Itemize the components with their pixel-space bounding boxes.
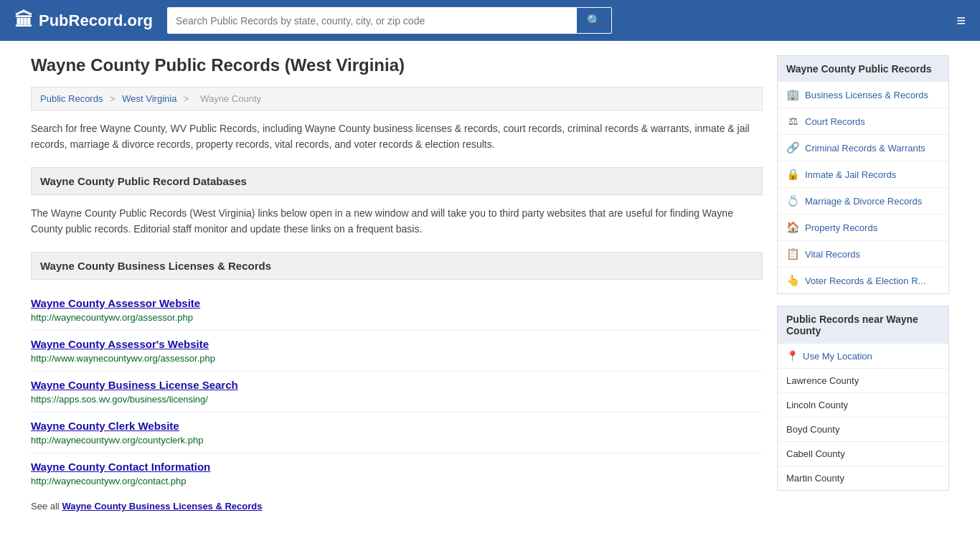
- record-url[interactable]: http://waynecountywv.org/assessor.php: [31, 312, 193, 323]
- db-section-header: Wayne County Public Record Databases: [31, 167, 763, 195]
- record-url[interactable]: https://apps.sos.wv.gov/business/licensi…: [31, 394, 208, 405]
- record-title[interactable]: Wayne County Contact Information: [31, 461, 763, 473]
- logo[interactable]: 🏛 PubRecord.org: [14, 9, 153, 32]
- table-row: Wayne County Business License Search htt…: [31, 372, 763, 413]
- sidebar-item-icon: 🔒: [786, 168, 799, 181]
- record-title[interactable]: Wayne County Assessor's Website: [31, 338, 763, 350]
- breadcrumb-west-virginia[interactable]: West Virginia: [122, 93, 176, 104]
- nearby-title: Public Records near Wayne County: [778, 306, 948, 344]
- sidebar-item-label: Business Licenses & Records: [805, 90, 928, 100]
- sidebar-item-label: Voter Records & Election R...: [805, 276, 925, 286]
- sidebar-item-label: Criminal Records & Warrants: [805, 143, 925, 154]
- search-bar: 🔍: [167, 7, 612, 34]
- table-row: Wayne County Clerk Website http://waynec…: [31, 413, 763, 453]
- sidebar-county-item[interactable]: 🏢Business Licenses & Records: [778, 82, 948, 108]
- page-title: Wayne County Public Records (West Virgin…: [31, 55, 763, 75]
- breadcrumb-public-records[interactable]: Public Records: [40, 93, 103, 104]
- record-title[interactable]: Wayne County Assessor Website: [31, 297, 763, 309]
- county-items-list: 🏢Business Licenses & Records⚖Court Recor…: [778, 82, 948, 293]
- sidebar: Wayne County Public Records 🏢Business Li…: [777, 55, 949, 512]
- table-row: Wayne County Assessor's Website http://w…: [31, 331, 763, 372]
- sidebar-item-icon: 📋: [786, 248, 799, 260]
- sidebar-county-item[interactable]: 🏠Property Records: [778, 215, 948, 241]
- sidebar-county-item[interactable]: 👆Voter Records & Election R...: [778, 268, 948, 293]
- see-all: See all Wayne County Business Licenses &…: [31, 501, 763, 512]
- location-icon: 📍: [786, 350, 798, 362]
- record-url[interactable]: http://waynecountywv.org/countyclerk.php: [31, 435, 203, 446]
- sidebar-county-item[interactable]: 🔒Inmate & Jail Records: [778, 161, 948, 188]
- county-records-section: Wayne County Public Records 🏢Business Li…: [777, 55, 949, 294]
- breadcrumb: Public Records > West Virginia > Wayne C…: [31, 87, 763, 110]
- biz-section-header: Wayne County Business Licenses & Records: [31, 252, 763, 280]
- sidebar-county-item[interactable]: ⚖Court Records: [778, 108, 948, 135]
- sidebar-item-label: Court Records: [805, 116, 865, 127]
- main-layout: Wayne County Public Records (West Virgin…: [17, 55, 963, 512]
- table-row: Wayne County Assessor Website http://way…: [31, 290, 763, 331]
- db-description: The Wayne County Public Records (West Vi…: [31, 205, 763, 237]
- sidebar-item-icon: 🏢: [786, 88, 799, 101]
- breadcrumb-sep2: >: [184, 93, 192, 104]
- county-records-title: Wayne County Public Records: [778, 56, 948, 82]
- sidebar-item-label: Inmate & Jail Records: [805, 169, 896, 180]
- sidebar-item-icon: 💍: [786, 194, 799, 207]
- sidebar-county-item[interactable]: 💍Marriage & Divorce Records: [778, 188, 948, 215]
- logo-text: PubRecord.org: [39, 11, 153, 30]
- record-title[interactable]: Wayne County Clerk Website: [31, 420, 763, 432]
- nearby-county-item[interactable]: Cabell County: [778, 442, 948, 466]
- sidebar-county-item[interactable]: 🔗Criminal Records & Warrants: [778, 135, 948, 161]
- sidebar-item-icon: 🏠: [786, 221, 799, 234]
- menu-button[interactable]: ≡: [956, 11, 966, 30]
- see-all-prefix: See all: [31, 501, 62, 512]
- sidebar-item-label: Marriage & Divorce Records: [805, 196, 922, 207]
- records-list: Wayne County Assessor Website http://way…: [31, 290, 763, 494]
- sidebar-county-item[interactable]: 📋Vital Records: [778, 241, 948, 268]
- breadcrumb-sep1: >: [110, 93, 118, 104]
- record-url[interactable]: http://www.waynecountywv.org/assessor.ph…: [31, 353, 215, 364]
- sidebar-item-icon: ⚖: [786, 115, 799, 128]
- search-input[interactable]: [167, 7, 576, 34]
- sidebar-item-icon: 🔗: [786, 141, 799, 154]
- see-all-link[interactable]: Wayne County Business Licenses & Records: [62, 501, 262, 512]
- nearby-county-item[interactable]: Lincoln County: [778, 393, 948, 418]
- nearby-county-item[interactable]: Martin County: [778, 466, 948, 490]
- search-button[interactable]: 🔍: [576, 7, 612, 34]
- use-location-label: Use My Location: [803, 351, 872, 362]
- use-location[interactable]: 📍 Use My Location: [778, 344, 948, 369]
- record-title[interactable]: Wayne County Business License Search: [31, 379, 763, 391]
- logo-icon: 🏛: [14, 9, 33, 32]
- nearby-county-item[interactable]: Lawrence County: [778, 369, 948, 393]
- sidebar-item-label: Vital Records: [805, 249, 860, 260]
- nearby-county-item[interactable]: Boyd County: [778, 418, 948, 442]
- menu-icon: ≡: [956, 11, 966, 29]
- intro-text: Search for free Wayne County, WV Public …: [31, 121, 763, 153]
- content: Wayne County Public Records (West Virgin…: [31, 55, 763, 512]
- sidebar-item-icon: 👆: [786, 274, 799, 287]
- record-url[interactable]: http://waynecountywv.org/contact.php: [31, 476, 187, 486]
- search-icon: 🔍: [587, 14, 601, 27]
- nearby-counties-list: Lawrence CountyLincoln CountyBoyd County…: [778, 369, 948, 490]
- breadcrumb-wayne-county: Wayne County: [200, 93, 261, 104]
- sidebar-item-label: Property Records: [805, 222, 877, 233]
- table-row: Wayne County Contact Information http://…: [31, 453, 763, 494]
- header: 🏛 PubRecord.org 🔍 ≡: [0, 0, 980, 41]
- nearby-section: Public Records near Wayne County 📍 Use M…: [777, 306, 949, 491]
